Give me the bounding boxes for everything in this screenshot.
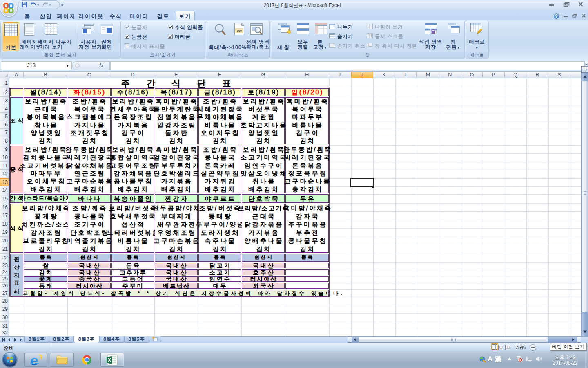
svg-text:100: 100 — [237, 29, 242, 32]
